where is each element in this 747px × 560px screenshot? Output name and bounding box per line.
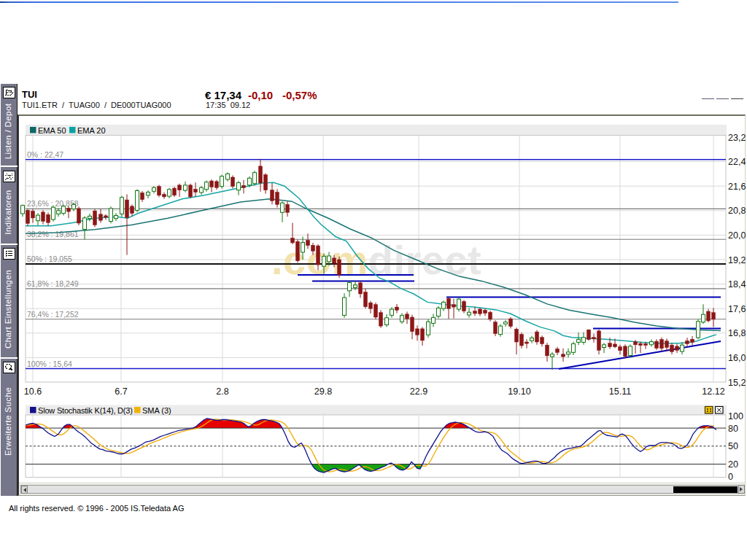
svg-text:50% : 19,055: 50% : 19,055 [27, 254, 72, 263]
svg-text:100: 100 [728, 411, 743, 421]
svg-text:100% : 15,64: 100% : 15,64 [27, 359, 72, 368]
svg-text:61,8% : 18,249: 61,8% : 18,249 [27, 279, 79, 288]
svg-text:19,2: 19,2 [728, 255, 746, 265]
svg-text:12.12: 12.12 [702, 386, 724, 397]
svg-text:22,4: 22,4 [728, 157, 746, 167]
svg-text:15,2: 15,2 [728, 378, 746, 388]
svg-text:50: 50 [728, 441, 738, 451]
svg-text:20: 20 [728, 459, 738, 470]
svg-text:22.9: 22.9 [410, 386, 427, 397]
svg-text:EMA 50: EMA 50 [38, 126, 66, 135]
svg-text:18,4: 18,4 [728, 279, 746, 289]
svg-text:0% : 22,47: 0% : 22,47 [27, 150, 63, 159]
svg-text:SMA (3): SMA (3) [142, 406, 171, 415]
svg-text:6.7: 6.7 [115, 386, 127, 397]
svg-text:20,8: 20,8 [728, 206, 746, 216]
svg-text:23,2: 23,2 [728, 133, 746, 143]
svg-text:76,4% : 17,252: 76,4% : 17,252 [27, 310, 79, 319]
svg-text:29.8: 29.8 [314, 386, 332, 397]
svg-text:21,6: 21,6 [728, 182, 746, 192]
svg-text:19.10: 19.10 [508, 386, 530, 397]
svg-text:10.6: 10.6 [24, 386, 42, 397]
svg-text:17,6: 17,6 [728, 304, 746, 314]
svg-text:EMA 20: EMA 20 [77, 126, 106, 135]
svg-text:80: 80 [728, 424, 738, 434]
svg-text:20,0: 20,0 [728, 230, 746, 241]
svg-text:15.11: 15.11 [609, 386, 631, 397]
svg-text:0: 0 [728, 472, 733, 482]
svg-text:16,0: 16,0 [728, 353, 746, 363]
svg-text:16,8: 16,8 [728, 328, 746, 338]
svg-text:23,6% : 20,858: 23,6% : 20,858 [27, 199, 79, 208]
svg-text:Slow Stochastik K(14), D(3): Slow Stochastik K(14), D(3) [38, 406, 133, 415]
svg-text:2.8: 2.8 [216, 386, 228, 397]
